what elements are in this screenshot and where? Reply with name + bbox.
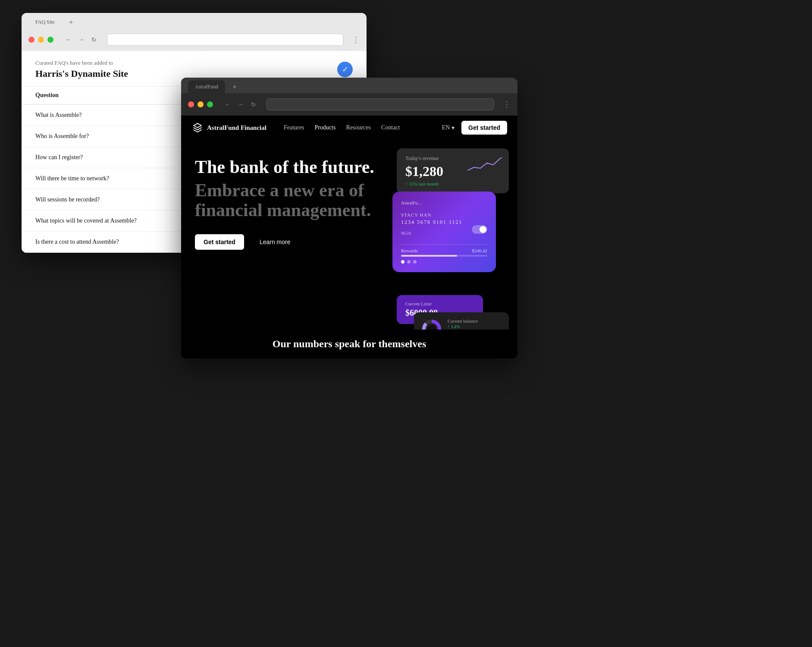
mini-chart — [467, 155, 502, 174]
new-tab-button-financial[interactable]: + — [229, 81, 241, 93]
limit-label: Current Limit — [405, 301, 474, 306]
traffic-light-green-fin[interactable] — [207, 101, 213, 107]
bottom-tagline: Our numbers speak for themselves — [195, 338, 504, 350]
faq-tab-bar: FAQ Site + — [22, 13, 367, 28]
donut-chart — [421, 318, 442, 330]
card-number: 1234 5678 9101 1121 — [401, 219, 487, 226]
faq-tab[interactable]: FAQ Site — [28, 16, 62, 28]
card-dot-2[interactable] — [407, 260, 411, 264]
rewards-bar — [401, 255, 487, 257]
forward-button[interactable]: → — [77, 35, 85, 44]
card-holder: STACY HAN — [401, 212, 487, 217]
card-rewards: Rewards $240.42 — [401, 244, 487, 264]
rewards-label: Rewards — [401, 248, 418, 253]
lang-label: EN — [442, 124, 450, 131]
nav-features[interactable]: Features — [284, 124, 304, 131]
traffic-light-yellow[interactable] — [38, 37, 44, 43]
nav-resources[interactable]: Resources — [346, 124, 371, 131]
balance-label: Current balance — [448, 318, 502, 324]
financial-tab-bar: AstralFund + — [181, 78, 517, 93]
faq-question: Will sessions be recorded? — [35, 196, 194, 203]
browser-controls: ← → ↻ — [64, 35, 98, 44]
browser-menu-button-fin[interactable]: ⋮ — [503, 100, 511, 109]
faq-browser-titlebar: ← → ↻ ⋮ — [22, 28, 367, 51]
col-question: Question — [35, 92, 194, 99]
faq-tab-label: FAQ Site — [35, 19, 55, 25]
hero-title-line2: Embrace a new era of financial managemen… — [195, 180, 376, 220]
financial-tab[interactable]: AstralFund — [188, 80, 225, 93]
reload-button-fin[interactable]: ↻ — [249, 100, 258, 109]
faq-notification-text: Curated FAQ's have been added to Harris'… — [35, 60, 332, 79]
balance-info: Current balance ↑ 3.4% $40,206.20 — [448, 318, 502, 330]
reload-button[interactable]: ↻ — [90, 35, 98, 44]
financial-browser-window: AstralFund + ← → ↻ ⋮ AstralFund Financia… — [181, 78, 517, 358]
financial-browser-controls: ← → ↻ — [223, 100, 258, 109]
chevron-down-icon: ▾ — [451, 124, 455, 132]
faq-question: Will there be time to network? — [35, 175, 194, 182]
brand-name: AstralFund Financial — [207, 124, 266, 132]
nav-right: EN ▾ Get started — [442, 121, 507, 135]
check-badge: ✓ — [337, 62, 353, 77]
balance-change: ↑ 3.4% — [448, 324, 502, 329]
hero-section: The bank of the future. Embrace a new er… — [181, 140, 517, 330]
logo-icon — [191, 122, 204, 134]
card-toggle[interactable] — [472, 225, 487, 234]
faq-question: What is Assemble? — [35, 112, 194, 119]
back-button[interactable]: ← — [64, 35, 72, 44]
back-button-fin[interactable]: ← — [223, 100, 232, 109]
financial-browser-titlebar: ← → ↻ ⋮ — [181, 93, 517, 116]
revenue-card: Today's revenue $1,280 ↑ 15% last month — [397, 148, 509, 193]
bottom-section: Our numbers speak for themselves — [181, 330, 517, 358]
card-bank-name: AstralFu... — [401, 200, 487, 205]
card-dot-3[interactable] — [413, 260, 417, 264]
language-selector[interactable]: EN ▾ — [442, 124, 455, 132]
address-bar-fin[interactable] — [266, 98, 494, 110]
learn-more-button[interactable]: Learn more — [251, 234, 299, 250]
nav-links: Features Products Resources Contact — [284, 124, 400, 131]
card-dots — [401, 260, 487, 264]
rewards-amount: $240.42 — [472, 248, 487, 253]
rewards-bar-fill — [401, 255, 457, 257]
hero-title-line1: The bank of the future. — [195, 157, 376, 177]
address-bar[interactable] — [107, 34, 343, 46]
svg-point-3 — [427, 325, 436, 330]
hero-text: The bank of the future. Embrace a new er… — [195, 157, 376, 250]
faq-question: How can I register? — [35, 154, 194, 161]
rewards-row: Rewards $240.42 — [401, 248, 487, 253]
hero-buttons: Get started Learn more — [195, 234, 376, 250]
hero-get-started-button[interactable]: Get started — [195, 234, 244, 250]
traffic-light-yellow-fin[interactable] — [198, 101, 204, 107]
forward-button-fin[interactable]: → — [236, 100, 245, 109]
financial-navbar: AstralFund Financial Features Products R… — [181, 116, 517, 140]
revenue-change: ↑ 15% last month — [405, 181, 500, 186]
financial-tab-label: AstralFund — [195, 84, 218, 90]
nav-products[interactable]: Products — [314, 124, 335, 131]
card-expiry: 06/24 — [401, 231, 411, 236]
faq-question: Who is Assemble for? — [35, 133, 194, 140]
notification-subtitle: Curated FAQ's have been added to — [35, 60, 332, 66]
traffic-light-red[interactable] — [28, 37, 34, 43]
card-dot-1[interactable] — [401, 260, 404, 264]
credit-card: AstralFu... STACY HAN 1234 5678 9101 112… — [392, 192, 496, 272]
traffic-light-red-fin[interactable] — [188, 101, 194, 107]
new-tab-button[interactable]: + — [65, 16, 77, 28]
get-started-nav-button[interactable]: Get started — [461, 121, 507, 135]
nav-contact[interactable]: Contact — [381, 124, 400, 131]
brand-logo: AstralFund Financial — [191, 122, 266, 134]
browser-menu-button[interactable]: ⋮ — [352, 35, 360, 44]
faq-question: Is there a cost to attend Assemble? — [35, 239, 194, 245]
balance-card: Current balance ↑ 3.4% $40,206.20 — [414, 312, 509, 330]
faq-question: What topics will be covered at Assemble? — [35, 217, 194, 224]
traffic-light-green[interactable] — [47, 37, 53, 43]
